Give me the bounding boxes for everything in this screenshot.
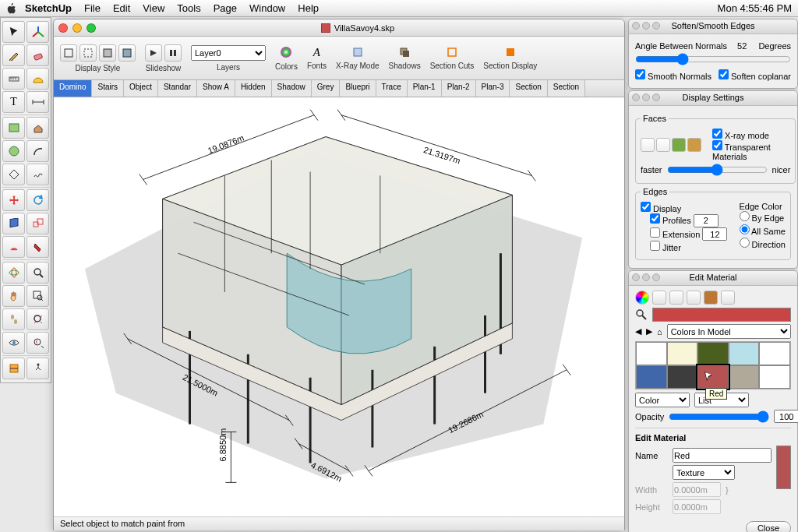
angle-slider[interactable] bbox=[635, 53, 791, 65]
spectrum-icon[interactable] bbox=[687, 291, 701, 305]
tape-tool[interactable] bbox=[2, 68, 25, 90]
menu-page[interactable]: Page bbox=[214, 2, 237, 14]
text-tool[interactable]: T bbox=[2, 91, 25, 113]
soften-coplanar-check[interactable]: Soften coplanar bbox=[719, 69, 791, 81]
scene-tab[interactable]: Plan-2 bbox=[442, 80, 476, 97]
scene-tab[interactable]: Plan-1 bbox=[408, 80, 442, 97]
shadows-button[interactable] bbox=[399, 47, 410, 59]
play-button[interactable] bbox=[145, 44, 162, 62]
menu-window[interactable]: Window bbox=[249, 2, 285, 14]
color-mode-select[interactable]: Color bbox=[635, 393, 690, 407]
jitter-check[interactable]: Jitter bbox=[650, 243, 681, 252]
display-edges-check[interactable]: Display bbox=[641, 204, 681, 213]
eraser-tool[interactable] bbox=[26, 44, 49, 66]
menu-edit[interactable]: Edit bbox=[113, 2, 130, 14]
pencil-tool[interactable] bbox=[2, 44, 25, 66]
menu-help[interactable]: Help bbox=[298, 2, 319, 14]
by-edge-radio[interactable]: By Edge bbox=[740, 211, 786, 223]
face-style-1[interactable] bbox=[641, 138, 655, 152]
profiles-value[interactable] bbox=[694, 214, 719, 227]
scene-tab[interactable]: Standar bbox=[158, 80, 197, 97]
scene-tab[interactable]: Section bbox=[548, 80, 585, 97]
scene-tab[interactable]: Stairs bbox=[92, 80, 124, 97]
dimension-tool[interactable] bbox=[26, 91, 49, 113]
current-color-well[interactable] bbox=[652, 308, 791, 322]
scene-tab[interactable]: Domino bbox=[54, 80, 92, 97]
opacity-slider[interactable] bbox=[669, 410, 769, 423]
section-display-button[interactable] bbox=[505, 47, 516, 59]
minimize-button[interactable] bbox=[72, 23, 82, 33]
arc-tool[interactable] bbox=[26, 140, 49, 162]
swatch[interactable] bbox=[759, 365, 790, 389]
color-library-select[interactable]: Colors In Model bbox=[667, 324, 791, 339]
scene-tab[interactable]: Shadow bbox=[272, 80, 312, 97]
orbit-tool[interactable] bbox=[2, 262, 25, 284]
viewport[interactable]: 19.0876m 21.3197m 21.5000m 19.2686m 6.88… bbox=[54, 97, 624, 516]
quality-slider[interactable] bbox=[667, 164, 768, 176]
hand-tool[interactable] bbox=[2, 285, 25, 307]
texture-select[interactable]: Texture bbox=[673, 465, 735, 480]
face-style-2[interactable] bbox=[656, 138, 670, 152]
previous-view-tool[interactable] bbox=[26, 332, 49, 354]
zoom-extents-tool[interactable] bbox=[26, 308, 49, 330]
crayons-icon[interactable] bbox=[704, 291, 718, 305]
material-name-input[interactable] bbox=[673, 448, 772, 463]
section-cuts-button[interactable] bbox=[447, 47, 457, 59]
offset-tool[interactable] bbox=[2, 236, 25, 258]
nav-fwd-icon[interactable]: ▶ bbox=[646, 326, 652, 336]
followme-tool[interactable] bbox=[2, 213, 25, 234]
swatch[interactable] bbox=[667, 342, 698, 365]
position-camera-tool[interactable] bbox=[26, 358, 49, 379]
paint-tool[interactable] bbox=[26, 236, 49, 258]
close-button[interactable]: Close bbox=[746, 521, 791, 532]
scene-tab[interactable]: Bluepri bbox=[340, 80, 376, 97]
swatch[interactable] bbox=[667, 365, 698, 389]
rectangle-tool[interactable] bbox=[2, 117, 25, 139]
walk-tool[interactable] bbox=[2, 308, 25, 330]
swatch[interactable] bbox=[759, 342, 790, 365]
look-tool[interactable] bbox=[2, 332, 25, 354]
scene-tab[interactable]: Plan-3 bbox=[476, 80, 510, 97]
face-style-3[interactable] bbox=[672, 138, 686, 152]
pushpull-tool[interactable] bbox=[26, 117, 49, 139]
scene-tab[interactable]: Grey bbox=[312, 80, 341, 97]
direction-radio[interactable]: Direction bbox=[740, 238, 786, 249]
extension-value[interactable] bbox=[702, 227, 727, 241]
move-tool[interactable] bbox=[2, 189, 25, 211]
swatch[interactable] bbox=[636, 365, 667, 389]
shaded-texture-style[interactable] bbox=[118, 44, 136, 62]
swatch[interactable] bbox=[636, 342, 667, 365]
circle-tool[interactable] bbox=[2, 140, 25, 162]
layer-select[interactable]: Layer0 bbox=[191, 45, 266, 61]
face-style-4[interactable] bbox=[687, 138, 701, 152]
swatch-selected[interactable]: Red bbox=[697, 365, 729, 389]
scene-tab[interactable]: Show A bbox=[197, 80, 235, 97]
close-button[interactable] bbox=[58, 23, 68, 33]
freehand-tool[interactable] bbox=[26, 164, 49, 185]
colors-button[interactable] bbox=[280, 46, 292, 60]
zoom-button[interactable] bbox=[87, 23, 96, 33]
smooth-normals-check[interactable]: Smooth Normals bbox=[635, 69, 711, 81]
menu-view[interactable]: View bbox=[143, 2, 164, 14]
app-menu[interactable]: SketchUp bbox=[25, 2, 72, 14]
zoom-tool[interactable] bbox=[26, 262, 49, 284]
profiles-check[interactable]: Profiles bbox=[650, 216, 691, 225]
house-icon[interactable] bbox=[721, 291, 735, 305]
palette-icon[interactable] bbox=[669, 291, 683, 305]
shaded-style[interactable] bbox=[99, 44, 116, 62]
swatch[interactable] bbox=[729, 365, 760, 389]
protractor-tool[interactable] bbox=[26, 68, 49, 90]
select-tool[interactable] bbox=[2, 21, 25, 43]
scene-tab[interactable]: Hidden bbox=[235, 80, 272, 97]
hidden-style[interactable] bbox=[79, 44, 97, 62]
rotate-tool[interactable] bbox=[26, 189, 49, 211]
extension-check[interactable]: Extension bbox=[650, 230, 700, 239]
swatch[interactable] bbox=[697, 342, 729, 365]
fonts-button[interactable]: A bbox=[313, 46, 320, 59]
home-icon[interactable]: ⌂ bbox=[657, 327, 662, 336]
menu-file[interactable]: File bbox=[84, 2, 101, 14]
polygon-tool[interactable] bbox=[2, 164, 25, 185]
swatch[interactable] bbox=[729, 342, 760, 365]
scene-tab[interactable]: Trace bbox=[376, 80, 408, 97]
axes-tool[interactable] bbox=[26, 21, 49, 43]
